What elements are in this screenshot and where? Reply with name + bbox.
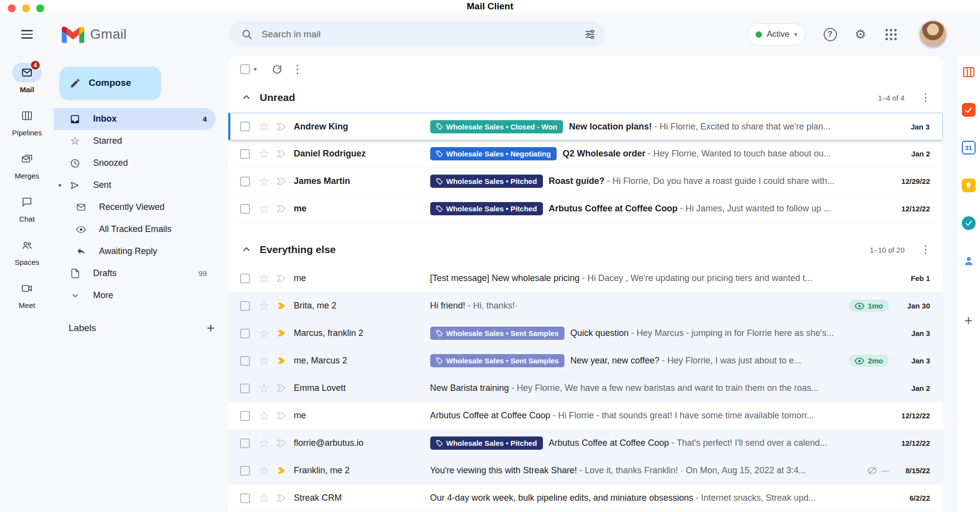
tasks-icon[interactable] bbox=[961, 102, 976, 117]
select-all-checkbox[interactable] bbox=[240, 64, 250, 74]
rail-item-merges[interactable]: Merges bbox=[12, 149, 42, 180]
star-icon[interactable]: ☆ bbox=[259, 355, 270, 367]
collapse-section-icon[interactable] bbox=[241, 244, 252, 255]
email-row[interactable]: ☆ Daniel Rodriguez Wholesale Sales • Neg… bbox=[228, 140, 943, 168]
importance-marker-icon[interactable] bbox=[276, 466, 286, 475]
star-icon[interactable]: ☆ bbox=[259, 328, 270, 339]
rail-item-spaces[interactable]: Spaces bbox=[12, 235, 42, 266]
pipeline-stage-badge[interactable]: Wholesale Sales • Pitched bbox=[430, 175, 543, 188]
row-checkbox[interactable] bbox=[240, 204, 250, 214]
refresh-icon[interactable] bbox=[267, 59, 287, 79]
row-checkbox[interactable] bbox=[240, 177, 250, 186]
email-row[interactable]: ☆ Andrew King Wholesale Sales • Closed -… bbox=[228, 113, 943, 140]
email-row[interactable]: ☆ me, Marcus 2 Wholesale Sales • Sent Sa… bbox=[228, 347, 943, 375]
email-row[interactable]: ☆ florrie@arbutus.io Wholesale Sales • P… bbox=[228, 430, 943, 457]
search-bar[interactable] bbox=[229, 22, 605, 47]
streak-icon[interactable] bbox=[961, 65, 976, 79]
search-icon[interactable] bbox=[236, 24, 258, 45]
collapse-section-icon[interactable] bbox=[241, 92, 252, 103]
keep-icon[interactable] bbox=[961, 178, 976, 193]
sidebar-item-starred[interactable]: ☆ Starred bbox=[54, 130, 216, 152]
importance-marker-icon[interactable] bbox=[276, 411, 286, 420]
calendar-icon[interactable]: 31 bbox=[961, 140, 976, 155]
sidebar-item-more[interactable]: More bbox=[54, 284, 216, 307]
pipeline-stage-badge[interactable]: Wholesale Sales • Sent Samples bbox=[430, 354, 565, 367]
settings-gear-icon[interactable]: ⚙ bbox=[850, 24, 871, 45]
importance-marker-icon[interactable] bbox=[276, 439, 286, 447]
search-filter-icon[interactable] bbox=[579, 24, 601, 45]
pipeline-stage-badge[interactable]: Wholesale Sales • Pitched bbox=[430, 202, 543, 215]
star-icon[interactable]: ☆ bbox=[259, 437, 270, 449]
row-checkbox[interactable] bbox=[240, 329, 250, 338]
row-checkbox[interactable] bbox=[240, 149, 250, 159]
streak-check-icon[interactable] bbox=[961, 216, 976, 230]
email-row[interactable]: ☆ Franklin, me 2 You're viewing this wit… bbox=[228, 457, 943, 485]
sidebar-item-inbox[interactable]: Inbox 4 bbox=[54, 108, 216, 130]
importance-marker-icon[interactable] bbox=[276, 123, 286, 131]
rail-item-meet[interactable]: Meet bbox=[12, 279, 42, 309]
compose-button[interactable]: Compose bbox=[60, 67, 161, 99]
email-row[interactable]: ☆ Brita, me 2 Hi friend!- Hi, thanks!· 1… bbox=[228, 292, 943, 320]
email-row[interactable]: ☆ Emma Lovett New Barista training- Hey … bbox=[228, 375, 943, 402]
section-more-icon[interactable]: ⋮ bbox=[919, 243, 932, 256]
row-checkbox[interactable] bbox=[240, 411, 250, 421]
importance-marker-icon[interactable] bbox=[276, 357, 286, 365]
tracking-status-dropdown[interactable]: Active ▾ bbox=[748, 23, 806, 46]
row-checkbox[interactable] bbox=[240, 466, 250, 476]
email-row[interactable]: ☆ James Martin Wholesale Sales • Pitched… bbox=[228, 168, 943, 195]
row-checkbox[interactable] bbox=[240, 356, 250, 366]
row-checkbox[interactable] bbox=[240, 122, 250, 131]
section-more-icon[interactable]: ⋮ bbox=[919, 91, 932, 104]
importance-marker-icon[interactable] bbox=[276, 205, 286, 213]
collapse-arrow-icon[interactable]: ▾ bbox=[58, 182, 61, 189]
star-icon[interactable]: ☆ bbox=[259, 121, 270, 132]
sidebar-item-sent[interactable]: ▾ Sent bbox=[54, 174, 216, 196]
pipeline-stage-badge[interactable]: Wholesale Sales • Pitched bbox=[430, 436, 543, 450]
pipeline-stage-badge[interactable]: Wholesale Sales • Negotiating bbox=[430, 147, 557, 160]
row-checkbox[interactable] bbox=[240, 438, 250, 448]
pipeline-stage-badge[interactable]: Wholesale Sales • Closed - Won bbox=[430, 120, 564, 133]
star-icon[interactable]: ☆ bbox=[259, 273, 270, 284]
contacts-icon[interactable] bbox=[961, 254, 976, 268]
importance-marker-icon[interactable] bbox=[276, 302, 286, 310]
star-icon[interactable]: ☆ bbox=[259, 465, 270, 477]
rail-item-pipelines[interactable]: Pipelines bbox=[12, 106, 42, 137]
rail-item-mail[interactable]: 4 Mail bbox=[12, 63, 42, 94]
importance-marker-icon[interactable] bbox=[276, 494, 286, 502]
pipeline-stage-badge[interactable]: Wholesale Sales • Sent Samples bbox=[430, 327, 565, 340]
star-icon[interactable]: ☆ bbox=[259, 383, 270, 394]
sidebar-item-drafts[interactable]: Drafts 99 bbox=[54, 262, 216, 284]
row-checkbox[interactable] bbox=[240, 493, 250, 503]
importance-marker-icon[interactable] bbox=[276, 150, 286, 158]
sidebar-item-snoozed[interactable]: Snoozed bbox=[54, 152, 216, 174]
row-checkbox[interactable] bbox=[240, 384, 250, 393]
email-row[interactable]: ☆ me Arbutus Coffee at Coffee Coop- Hi F… bbox=[228, 402, 943, 430]
importance-marker-icon[interactable] bbox=[276, 329, 286, 337]
email-row[interactable]: ☆ Marcus, franklin 2 Wholesale Sales • S… bbox=[228, 320, 943, 347]
email-row[interactable]: ☆ Streak CRM Our 4-day work week, bulk p… bbox=[228, 485, 943, 512]
sidebar-item-all-tracked-emails[interactable]: All Tracked Emails bbox=[54, 218, 216, 240]
star-icon[interactable]: ☆ bbox=[259, 148, 270, 160]
add-addon-icon[interactable]: + bbox=[961, 313, 976, 328]
star-icon[interactable]: ☆ bbox=[259, 176, 270, 187]
add-label-button[interactable]: + bbox=[207, 321, 215, 335]
star-icon[interactable]: ☆ bbox=[259, 410, 270, 422]
rail-item-chat[interactable]: Chat bbox=[12, 192, 42, 223]
search-input[interactable] bbox=[258, 29, 579, 40]
main-menu-icon[interactable] bbox=[15, 23, 39, 46]
star-icon[interactable]: ☆ bbox=[259, 203, 270, 215]
email-row[interactable]: ☆ me [Test message] New wholesale pricin… bbox=[228, 265, 943, 292]
importance-marker-icon[interactable] bbox=[276, 384, 286, 392]
google-apps-grid-icon[interactable] bbox=[880, 24, 902, 45]
importance-marker-icon[interactable] bbox=[276, 274, 286, 282]
profile-avatar[interactable] bbox=[918, 20, 948, 49]
select-dropdown-icon[interactable]: ▾ bbox=[254, 66, 257, 73]
star-icon[interactable]: ☆ bbox=[259, 492, 270, 504]
star-icon[interactable]: ☆ bbox=[259, 300, 270, 312]
sidebar-item-awaiting-reply[interactable]: Awaiting Reply bbox=[54, 240, 216, 262]
importance-marker-icon[interactable] bbox=[276, 177, 286, 185]
help-icon[interactable]: ? bbox=[819, 24, 841, 45]
row-checkbox[interactable] bbox=[240, 301, 250, 311]
email-row[interactable]: ☆ me Wholesale Sales • Pitched Arbutus C… bbox=[228, 195, 943, 223]
more-options-icon[interactable]: ⋮ bbox=[287, 59, 308, 79]
